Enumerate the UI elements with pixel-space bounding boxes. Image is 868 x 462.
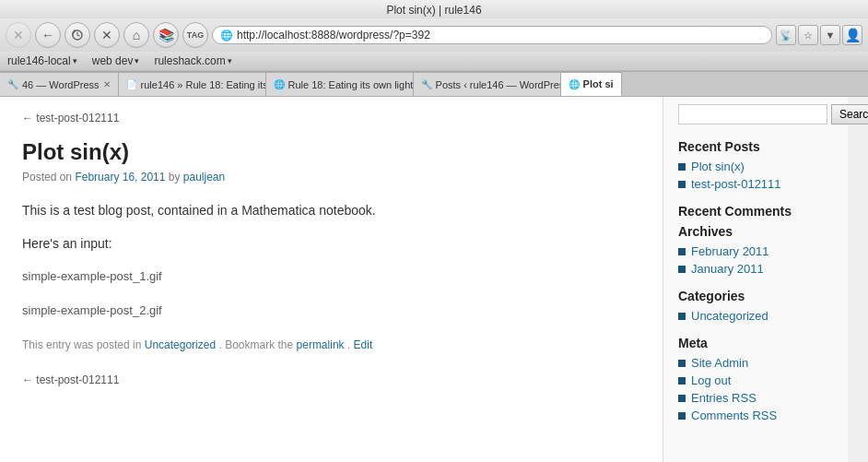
tab-plot-sinx[interactable]: 🌐 Plot si [561, 72, 622, 96]
tab-favicon: 🔧 [7, 79, 18, 89]
post-title: Plot sin(x) [22, 139, 640, 165]
list-item: January 2011 [678, 262, 833, 276]
meta-link[interactable]: Site Admin [691, 356, 748, 370]
meta-list: Site Admin Log out Entries RSS Comments … [678, 356, 833, 422]
tab-wordpress[interactable]: 🔧 46 — WordPress ✕ [0, 72, 119, 96]
main-content: ← test-post-012111 Plot sin(x) Posted on… [0, 97, 663, 462]
home-button[interactable]: ⌂ [123, 22, 149, 48]
list-item: February 2011 [678, 244, 833, 258]
nav-next-link[interactable]: ← test-post-012111 [22, 373, 119, 386]
recent-post-link[interactable]: test-post-012111 [691, 177, 781, 191]
rss-button[interactable]: 📡 [776, 25, 796, 45]
list-item: Uncategorized [678, 309, 833, 323]
browser-titlebar: Plot sin(x) | rule146 [0, 0, 868, 18]
address-globe-icon: 🌐 [220, 30, 233, 41]
archive-link[interactable]: January 2011 [691, 262, 764, 276]
meta-title: Meta [678, 336, 833, 350]
bullet-icon [678, 248, 686, 255]
bookmark-rule146-local[interactable]: rule146-local ▾ [7, 54, 77, 67]
tab-label: rule146 » Rule 18: Eating its ... [141, 79, 266, 90]
bookmarks-bar: rule146-local ▾ web dev ▾ ruleshack.com … [0, 52, 868, 71]
menu-button[interactable]: ▼ [820, 25, 840, 45]
archives-title: Archives [678, 224, 833, 239]
tab-rule18-1[interactable]: 📄 rule146 » Rule 18: Eating its ... ✕ [119, 72, 266, 96]
post-category-link[interactable]: Uncategorized [145, 338, 216, 351]
post-permalink-link[interactable]: permalink [297, 338, 345, 351]
categories-list: Uncategorized [678, 309, 833, 323]
meta-link[interactable]: Entries RSS [691, 391, 757, 405]
close-button[interactable]: ✕ [6, 22, 31, 48]
star-button[interactable]: ☆ [798, 25, 818, 45]
address-input[interactable] [237, 29, 764, 41]
post-footer: This entry was posted in Uncategorized .… [22, 338, 640, 351]
tab-label: Rule 18: Eating its own light ... [288, 79, 414, 90]
recent-comments-title: Recent Comments [678, 204, 833, 219]
post-body: This is a test blog post, contained in a… [22, 200, 640, 320]
post-meta-by: by [169, 171, 181, 184]
list-item: Log out [678, 373, 833, 387]
bookmarks-manager-button[interactable]: 📚 [153, 22, 179, 48]
nav-prev-link[interactable]: ← test-post-012111 [22, 112, 119, 124]
tabs-bar: 🔧 46 — WordPress ✕ 📄 rule146 » Rule 18: … [0, 72, 868, 97]
meta-link[interactable]: Log out [691, 373, 731, 387]
tab-label: Plot si [583, 78, 614, 89]
post-footer-dot: . [347, 338, 354, 351]
chevron-icon: ▾ [73, 56, 77, 65]
nav-next[interactable]: ← test-post-012111 [22, 373, 640, 386]
bullet-icon [678, 412, 686, 420]
bullet-icon [678, 163, 686, 171]
tab-label: 46 — WordPress [22, 79, 100, 90]
tab-favicon: 🔧 [421, 79, 432, 89]
tab-posts-wordpress[interactable]: 🔧 Posts ‹ rule146 — WordPress ✕ [414, 72, 561, 96]
bullet-icon [678, 377, 686, 385]
bookmark-webdev[interactable]: web dev ▾ [92, 54, 140, 67]
list-item: Entries RSS [678, 391, 833, 405]
category-link[interactable]: Uncategorized [691, 309, 768, 323]
back-button[interactable]: ← [35, 22, 61, 48]
bullet-icon [678, 266, 686, 273]
post-footer-mid: . Bookmark the [218, 338, 293, 351]
page-wrapper: ← test-post-012111 Plot sin(x) Posted on… [0, 97, 868, 462]
post-body-line2: Here's an input: [22, 233, 640, 254]
archive-link[interactable]: February 2011 [691, 244, 769, 258]
categories-title: Categories [678, 289, 833, 303]
bookmark-ruleshack[interactable]: ruleshack.com ▾ [154, 54, 231, 67]
history-button[interactable] [65, 22, 90, 48]
tab-close-button[interactable]: ✕ [103, 79, 111, 89]
post-edit-link[interactable]: Edit [354, 338, 373, 351]
nav-prev[interactable]: ← test-post-012111 [22, 112, 640, 124]
profile-button[interactable]: 👤 [842, 25, 862, 45]
bullet-icon [678, 395, 686, 402]
tab-label: Posts ‹ rule146 — WordPress [436, 79, 561, 90]
post-meta: Posted on February 16, 2011 by pauljean [22, 171, 640, 184]
search-input[interactable] [678, 104, 827, 124]
stop-button[interactable]: ✕ [94, 22, 120, 48]
recent-post-link[interactable]: Plot sin(x) [691, 160, 745, 173]
bullet-icon [678, 313, 686, 320]
bullet-icon [678, 181, 686, 188]
post-image2: simple-example-post_2.gif [22, 302, 640, 321]
post-meta-prefix: Posted on [22, 171, 72, 184]
post-author-link[interactable]: pauljean [183, 171, 225, 184]
archives-list: February 2011 January 2011 [678, 244, 833, 276]
page-title: Plot sin(x) | rule146 [386, 4, 481, 17]
tab-favicon: 📄 [126, 79, 137, 89]
tab-rule18-2[interactable]: 🌐 Rule 18: Eating its own light ... ✕ [266, 72, 414, 96]
extra-buttons: 📡 ☆ ▼ 👤 [776, 25, 862, 45]
post-image1: simple-example-post_1.gif [22, 267, 640, 287]
chevron-icon: ▾ [135, 56, 139, 65]
list-item: Plot sin(x) [678, 160, 833, 173]
bullet-icon [678, 360, 686, 367]
tag-button[interactable]: TAG [182, 22, 208, 48]
address-bar[interactable]: 🌐 [212, 26, 772, 44]
post-footer-prefix: This entry was posted in [22, 338, 141, 351]
post-date-link[interactable]: February 16, 2011 [75, 171, 165, 184]
tab-favicon: 🌐 [274, 79, 285, 89]
list-item: test-post-012111 [678, 177, 833, 191]
post-body-line1: This is a test blog post, contained in a… [22, 200, 640, 220]
chevron-icon: ▾ [228, 56, 232, 65]
tab-favicon: 🌐 [569, 79, 580, 89]
meta-link[interactable]: Comments RSS [691, 409, 777, 422]
recent-posts-title: Recent Posts [678, 139, 833, 154]
search-button[interactable]: Search [831, 104, 868, 124]
